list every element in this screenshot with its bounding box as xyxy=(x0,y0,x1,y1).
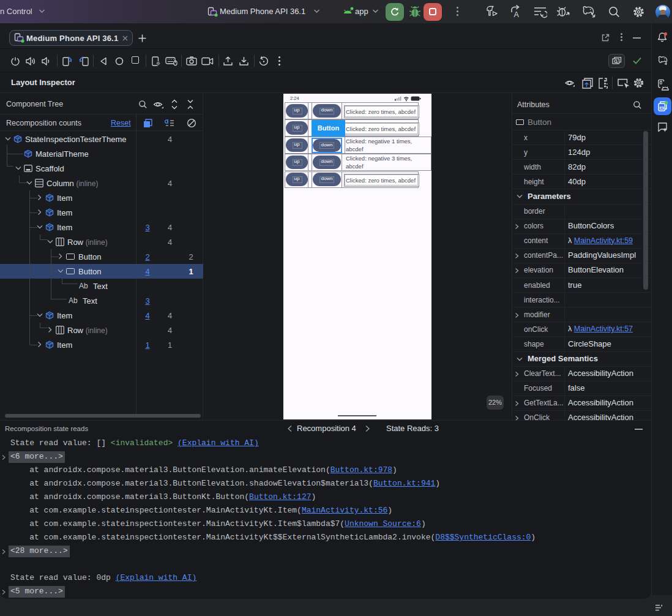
svg-text:A: A xyxy=(514,10,520,18)
